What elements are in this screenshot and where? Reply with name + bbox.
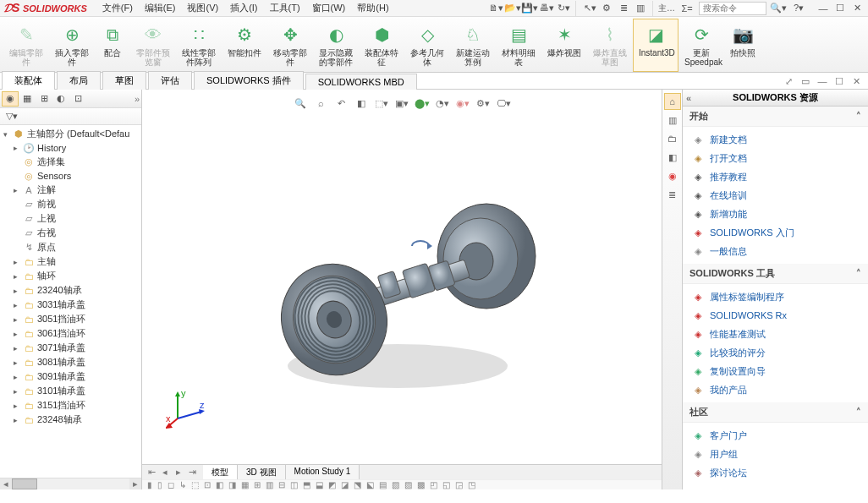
viewport[interactable]: 🔍 ⌕ ↶ ◧ ⬚▾ ▣▾ ⬤▾ ◔▾ ◉▾ ⚙▾ 🖵▾ [142,90,662,489]
taskpane-item[interactable]: ◈一般信息 [683,242,868,260]
tree-item[interactable]: ◎选择集 [2,155,140,169]
close-icon[interactable]: ✕ [849,2,865,15]
tree-caret-icon[interactable]: ▸ [14,315,22,324]
tree-tab-properties-icon[interactable]: ⊞ [36,91,52,107]
open-doc-icon[interactable]: 📂▾ [504,1,521,16]
equation-icon[interactable]: Σ= [678,1,695,16]
taskpane-item[interactable]: ◈探讨论坛 [683,463,868,482]
appearance-icon[interactable]: ◔▾ [433,95,452,112]
tab-min-icon[interactable]: — [816,74,829,88]
tab-3[interactable]: 评估 [148,71,192,90]
vp-tab-prev-icon[interactable]: ◂ [159,467,171,478]
taskpane-item[interactable]: ◈新增功能 [683,205,868,223]
taskpane-view-icon[interactable]: ◧ [664,149,681,166]
ribbon-snapshot[interactable]: 📷拍快照 [724,19,761,72]
tree-caret-icon[interactable]: ▸ [14,358,22,367]
list-icon[interactable]: ≣ [615,1,632,16]
zoom-fit-icon[interactable]: 🔍 [291,95,310,112]
taskpane-item[interactable]: ◈推荐教程 [683,167,868,186]
vp-tab-next-icon[interactable]: ▸ [173,467,184,478]
extra-label[interactable]: 主… [658,1,675,16]
tree-scrollbar[interactable]: ◂ ▸ [0,478,141,489]
tree-tab-feature-icon[interactable]: ◉ [2,91,19,107]
tree-caret-icon[interactable]: ▸ [14,330,22,338]
tree-caret-icon[interactable]: ▸ [14,416,22,424]
options-icon[interactable]: ⚙ [598,1,615,16]
scroll-left-icon[interactable]: ◂ [0,478,12,489]
tab-5[interactable]: SOLIDWORKS MBD [305,74,417,90]
tab-restore-icon[interactable]: ▭ [799,74,812,88]
ribbon-bom[interactable]: ▤材料明细表 [496,19,541,72]
ribbon-move-comp[interactable]: ✥移动零部件 [267,19,313,72]
section-view-icon[interactable]: ◧ [352,95,371,112]
taskpane-item[interactable]: ◈在线培训 [683,186,868,205]
tab-close-icon[interactable]: ✕ [849,74,863,88]
tab-2[interactable]: 草图 [102,71,146,90]
taskpane-item[interactable]: ◈SOLIDWORKS 入门 [683,223,868,242]
tree-item[interactable]: ▱右视 [2,226,140,240]
tree-item[interactable]: ▸A注解 [2,183,140,197]
tree-root[interactable]: ▾ ⬢ 主轴部分 (Default<Defau [2,127,140,141]
tree-caret-icon[interactable]: ▾ [3,130,12,139]
maximize-icon[interactable]: ☐ [832,2,848,15]
tree-item[interactable]: ▸🗀轴环 [2,269,140,283]
tab-0[interactable]: 装配体 [2,71,55,90]
view-settings-icon[interactable]: ⚙▾ [474,95,492,112]
taskpane-item[interactable]: ◈客户门户 [683,426,868,445]
tree-caret-icon[interactable]: ▸ [14,144,22,152]
tree-filter-icon[interactable]: ▽▾ [3,109,20,124]
taskpane-library-icon[interactable]: ▥ [664,112,681,128]
tab-expand-icon[interactable]: ⤢ [782,74,795,88]
viewport-icon[interactable]: 🖵▾ [494,95,513,112]
tree-item[interactable]: ▸🗀3101轴承盖 [2,384,140,398]
tree-caret-icon[interactable]: ▸ [14,258,22,266]
tree-item[interactable]: ◎Sensors [2,169,140,183]
tree-caret-icon[interactable]: ▸ [14,373,22,381]
tree-tab-appearances-icon[interactable]: ⊡ [69,91,86,107]
tree-panel-chevron-icon[interactable]: » [135,94,140,104]
taskpane-item[interactable]: ◈性能基准测试 [683,325,868,343]
taskpane-item[interactable]: ◈比较我的评分 [683,343,868,362]
tree-item[interactable]: ▸🗀3071轴承盖 [2,341,140,355]
menu-4[interactable]: 工具(T) [265,0,305,16]
tree-caret-icon[interactable]: ▸ [14,301,22,309]
taskpane-collapse-icon[interactable]: « [686,93,691,103]
tree-caret-icon[interactable]: ▸ [14,186,22,194]
menu-6[interactable]: 帮助(H) [352,0,393,16]
ribbon-assembly-feature[interactable]: ⬢装配体特征 [359,19,404,72]
tree-item[interactable]: ▸🕑History [2,141,140,155]
taskpane-item[interactable]: ◈用户组 [683,445,868,463]
tab-1[interactable]: 布局 [57,71,101,90]
tree-tab-display-icon[interactable]: ◐ [52,91,69,107]
print-icon[interactable]: 🖶▾ [538,1,555,16]
save-icon[interactable]: 💾▾ [521,1,538,16]
tree-item[interactable]: ▸🗀23248轴承 [2,413,140,427]
help-icon[interactable]: ?▾ [790,1,807,16]
rebuild-icon[interactable]: ↻▾ [555,1,572,16]
ribbon-speedpak[interactable]: ⟳更新Speedpak [678,19,724,72]
vp-tab-last-icon[interactable]: ⇥ [186,467,198,478]
taskpane-properties-icon[interactable]: ≣ [664,186,681,203]
tree-item[interactable]: ▸🗀3091轴承盖 [2,369,140,384]
tree-tab-config-icon[interactable]: ▦ [19,91,36,107]
tab-max-icon[interactable]: ☐ [832,74,846,88]
scroll-right-icon[interactable]: ▸ [129,478,141,489]
ribbon-insert-part[interactable]: ⊕插入零部件 [49,19,95,72]
taskpane-files-icon[interactable]: 🗀 [664,130,681,147]
column-icon[interactable]: ▥ [632,1,649,16]
minimize-icon[interactable]: — [816,2,831,15]
menu-5[interactable]: 窗口(W) [307,0,351,16]
tree-item[interactable]: ▸🗀3061挡油环 [2,326,140,341]
ribbon-mate[interactable]: ⧉配合 [95,19,130,72]
view-orient-icon[interactable]: ⬚▾ [372,95,391,112]
tree-item[interactable]: ▸🗀23240轴承 [2,283,140,298]
hide-show-icon[interactable]: ⬤▾ [413,95,431,112]
viewport-tab-2[interactable]: Motion Study 1 [286,465,360,479]
zoom-area-icon[interactable]: ⌕ [311,95,330,112]
ribbon-smart-fastener[interactable]: ⚙智能扣件 [222,19,267,72]
tree-item[interactable]: ▸🗀3051挡油环 [2,312,140,326]
tree-caret-icon[interactable]: ▸ [14,272,22,281]
tree-caret-icon[interactable]: ▸ [14,287,22,295]
taskpane-section-header[interactable]: 社区˄ [683,402,868,423]
menu-1[interactable]: 编辑(E) [140,0,181,16]
